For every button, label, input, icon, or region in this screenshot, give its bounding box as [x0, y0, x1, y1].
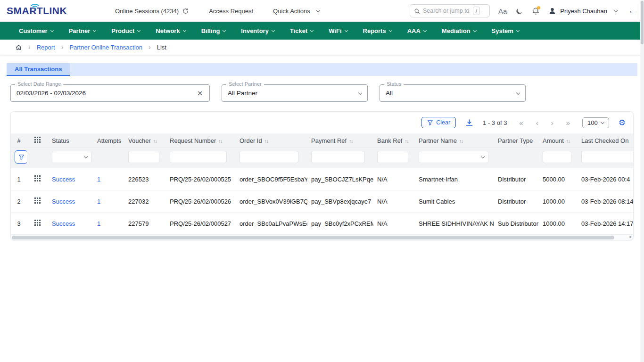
- theme-icon[interactable]: [515, 7, 523, 15]
- request-number-filter-input[interactable]: [170, 151, 227, 163]
- grid-icon: [34, 137, 41, 143]
- last-page-button[interactable]: »: [566, 119, 570, 127]
- cell-last-checked-on: 03-Feb-2026 00:4: [578, 168, 633, 190]
- sort-icon[interactable]: ↑↓: [264, 139, 268, 144]
- cell-voucher: 227579: [124, 213, 166, 235]
- settings-gear-icon[interactable]: ⚙: [619, 119, 626, 127]
- nav-item-wifi[interactable]: WiFi: [329, 27, 347, 34]
- nav-item-ticket[interactable]: Ticket: [290, 27, 313, 34]
- collapse-arrow-icon[interactable]: ←: [628, 6, 636, 16]
- nav-item-system[interactable]: System: [492, 27, 519, 34]
- notifications-button[interactable]: [532, 7, 540, 15]
- bank-ref-filter-input[interactable]: [377, 151, 408, 163]
- cell-request-number: PRQ/25-26/02/000525: [166, 168, 236, 190]
- online-sessions-link[interactable]: Online Sessions (4234): [115, 8, 189, 15]
- order-id-filter-input[interactable]: [239, 151, 298, 163]
- row-grid-icon[interactable]: [34, 175, 41, 181]
- cell-order-id: order_SBc0aLPvaPWsEo: [236, 213, 307, 235]
- sort-icon[interactable]: ↑↓: [349, 139, 353, 144]
- column-filter-row: [11, 148, 633, 168]
- clear-date-icon[interactable]: ✕: [196, 90, 204, 97]
- access-request-link[interactable]: Access Request: [209, 8, 253, 15]
- user-menu[interactable]: Priyesh Chauhan: [548, 7, 617, 15]
- nav-item-aaa[interactable]: AAA: [407, 27, 426, 34]
- global-search[interactable]: /: [410, 4, 490, 17]
- sort-icon[interactable]: ↑↓: [459, 139, 463, 144]
- row-grid-icon[interactable]: [34, 220, 41, 226]
- col-header-payment-ref[interactable]: Payment Ref↑↓: [307, 133, 373, 148]
- col-header-partner-name[interactable]: Partner Name↑↓: [415, 133, 494, 148]
- nav-item-inventory[interactable]: Inventory: [241, 27, 274, 34]
- status-select-label: Status: [384, 81, 404, 87]
- transactions-card: Clear 1 - 3 of 3 « ‹ › » 100 ⚙ #: [10, 111, 634, 240]
- first-page-button[interactable]: «: [519, 119, 523, 127]
- col-header-bank-ref[interactable]: Bank Ref↑↓: [373, 133, 415, 148]
- voucher-filter-input[interactable]: [128, 151, 159, 163]
- sort-icon[interactable]: ↑↓: [218, 139, 222, 144]
- col-header-order-id[interactable]: Order Id↑↓: [236, 133, 307, 148]
- table-row: 3 Success 1 227579 PRQ/25-26/02/000527 o…: [11, 213, 633, 235]
- date-range-field[interactable]: Select Date Range 02/03/2026 - 02/03/202…: [10, 84, 210, 102]
- text-size-toggle[interactable]: Aa: [498, 7, 507, 15]
- vertical-scrollbar[interactable]: [640, 0, 644, 362]
- sort-icon[interactable]: ↑↓: [153, 139, 157, 144]
- status-link[interactable]: Success: [52, 220, 75, 227]
- cell-partner-name: Sumit Cables: [415, 190, 494, 213]
- sort-icon[interactable]: ↑↓: [405, 139, 408, 144]
- horizontal-scrollbar[interactable]: ▸: [11, 235, 633, 240]
- attempts-link[interactable]: 1: [97, 220, 100, 227]
- col-header-last-checked-on: Last Checked On: [578, 133, 633, 148]
- slash-shortcut-badge: /: [473, 7, 480, 15]
- table-row: 1 Success 1 226523 PRQ/25-26/02/000525 o…: [11, 168, 633, 190]
- status-filter-select[interactable]: [52, 151, 91, 163]
- download-icon[interactable]: [465, 119, 473, 127]
- clear-filters-button[interactable]: Clear: [421, 117, 456, 128]
- cell-amount: 5000.00: [539, 168, 578, 190]
- chevron-down-icon: [481, 155, 485, 158]
- scrollbar-thumb[interactable]: [641, 1, 644, 44]
- column-filter-button[interactable]: [15, 150, 27, 164]
- quick-actions-menu[interactable]: Quick Actions: [273, 8, 320, 15]
- payment-ref-filter-input[interactable]: [311, 151, 365, 163]
- cell-partner-type: Distributor: [494, 190, 539, 213]
- row-grid-icon[interactable]: [34, 197, 41, 204]
- nav-item-reports[interactable]: Reports: [363, 27, 392, 34]
- cell-partner-type: Sub Distributor: [494, 213, 539, 235]
- nav-item-product[interactable]: Product: [111, 27, 140, 34]
- status-link[interactable]: Success: [52, 198, 75, 205]
- scrollbar-thumb[interactable]: [12, 236, 614, 239]
- col-header-voucher[interactable]: Voucher↑↓: [124, 133, 166, 148]
- page-size-select[interactable]: 100: [582, 117, 609, 128]
- cell-amount: 1000.00: [539, 213, 578, 235]
- col-header-amount[interactable]: Amount↑↓: [539, 133, 578, 148]
- next-page-button[interactable]: ›: [551, 119, 553, 127]
- attempts-link[interactable]: 1: [97, 176, 100, 183]
- user-name: Priyesh Chauhan: [560, 8, 607, 15]
- scroll-right-arrow[interactable]: ▸: [629, 234, 632, 239]
- sort-icon[interactable]: ↑↓: [566, 139, 570, 144]
- chevron-down-icon: [389, 28, 392, 32]
- col-header-request-number[interactable]: Request Number↑↓: [166, 133, 236, 148]
- nav-item-mediation[interactable]: Mediation: [442, 27, 476, 34]
- last-checked-filter-input[interactable]: [581, 151, 633, 163]
- home-icon[interactable]: [15, 44, 22, 51]
- partner-select[interactable]: Select Partner All Partner: [222, 84, 368, 102]
- breadcrumb-report[interactable]: Report: [37, 44, 55, 51]
- nav-item-billing[interactable]: Billing: [201, 27, 226, 34]
- attempts-link[interactable]: 1: [97, 198, 100, 205]
- partner-name-filter-select[interactable]: [419, 151, 488, 163]
- tab-all-transactions[interactable]: All Transactions: [7, 63, 70, 76]
- search-input[interactable]: [423, 8, 470, 14]
- online-sessions-label: Online Sessions (4234): [115, 8, 179, 15]
- prev-page-button[interactable]: ‹: [536, 119, 538, 127]
- status-link[interactable]: Success: [52, 176, 75, 183]
- amount-filter-input[interactable]: [543, 151, 571, 163]
- chevron-down-icon: [423, 28, 427, 32]
- nav-item-customer[interactable]: Customer: [19, 27, 53, 34]
- nav-item-partner[interactable]: Partner: [69, 27, 96, 34]
- status-select[interactable]: Status All: [380, 84, 526, 102]
- breadcrumb-partner-online-transaction[interactable]: Partner Online Transaction: [69, 44, 142, 51]
- smartlink-logo[interactable]: SMARTLINK: [7, 5, 96, 16]
- nav-item-network[interactable]: Network: [156, 27, 185, 34]
- refresh-icon[interactable]: [182, 8, 189, 15]
